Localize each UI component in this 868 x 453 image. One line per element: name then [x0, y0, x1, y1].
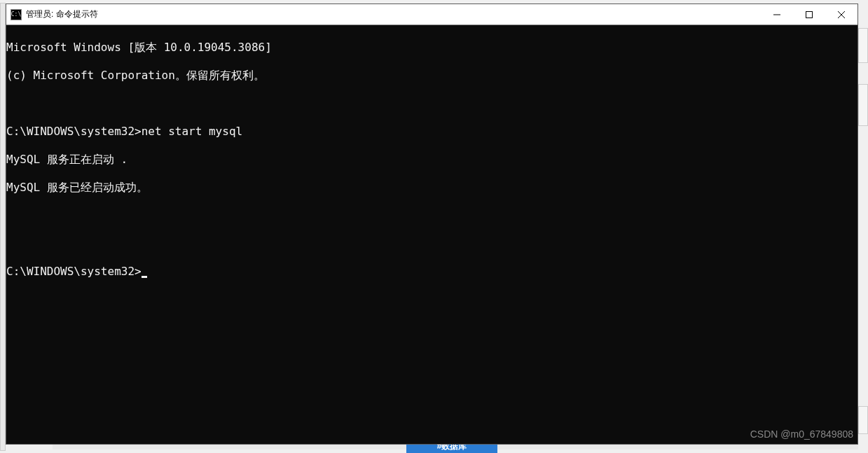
- terminal-line: C:\WINDOWS\system32>net start mysql: [6, 125, 857, 139]
- watermark: CSDN @m0_67849808: [750, 427, 853, 441]
- window-title: 管理员: 命令提示符: [26, 8, 761, 20]
- close-icon: [838, 11, 845, 18]
- close-button[interactable]: [825, 4, 857, 25]
- svg-rect-1: [806, 11, 813, 18]
- terminal-line: [6, 209, 857, 223]
- minimize-button[interactable]: [761, 4, 793, 25]
- background-fragment: [858, 28, 868, 63]
- minimize-icon: [773, 11, 780, 18]
- terminal-line: MySQL 服务已经启动成功。: [6, 181, 857, 195]
- terminal-line: [6, 237, 857, 251]
- terminal-prompt-line: C:\WINDOWS\system32>: [6, 265, 857, 279]
- window-controls: [761, 4, 857, 25]
- terminal-line: (c) Microsoft Corporation。保留所有权利。: [6, 69, 857, 83]
- cursor: [142, 276, 147, 278]
- background-fragment: [858, 84, 868, 126]
- maximize-button[interactable]: [793, 4, 825, 25]
- terminal-output[interactable]: Microsoft Windows [版本 10.0.19045.3086] (…: [6, 25, 857, 444]
- maximize-icon: [806, 11, 813, 18]
- titlebar[interactable]: C:\ 管理员: 命令提示符: [6, 4, 857, 25]
- terminal-line: [6, 97, 857, 111]
- terminal-line: Microsoft Windows [版本 10.0.19045.3086]: [6, 41, 857, 55]
- background-fragment: [0, 3, 6, 451]
- terminal-prompt: C:\WINDOWS\system32>: [6, 265, 142, 278]
- cmd-window: C:\ 管理员: 命令提示符 Microsoft Windows [版本 10.…: [6, 4, 858, 445]
- terminal-line: MySQL 服务正在启动 .: [6, 153, 857, 167]
- cmd-icon: C:\: [11, 9, 22, 20]
- background-fragment: [858, 406, 868, 434]
